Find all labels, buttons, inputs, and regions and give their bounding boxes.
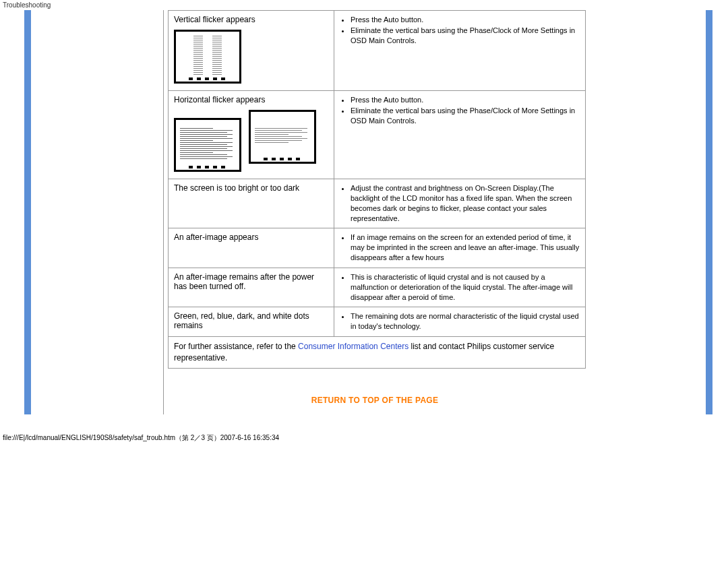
solution-cell: Press the Auto button. Eliminate the ver… — [334, 11, 586, 91]
solution-cell: If an image remains on the screen for an… — [334, 228, 586, 268]
problem-title: Horizontal flicker appears — [174, 95, 328, 104]
return-to-top-container: RETURN TO TOP OF THE PAGE — [164, 396, 586, 405]
table-row: Horizontal flicker appears — [169, 91, 586, 179]
horizontal-flicker-thumbnail-sparse — [249, 110, 316, 164]
solution-item: This is characteristic of liquid crystal… — [351, 272, 580, 303]
return-to-top-link[interactable]: RETURN TO TOP OF THE PAGE — [311, 396, 439, 405]
footnote-row: For further assistance, refer to the Con… — [169, 337, 586, 369]
solution-item: If an image remains on the screen for an… — [351, 232, 580, 263]
right-decorative-bar — [706, 10, 712, 414]
solution-cell: Press the Auto button. Eliminate the ver… — [334, 91, 586, 179]
vertical-flicker-thumbnail — [174, 30, 241, 84]
problem-title: Green, red, blue, dark, and white dots r… — [174, 311, 309, 330]
solution-item: Eliminate the vertical bars using the Ph… — [351, 26, 580, 46]
problem-cell: The screen is too bright or too dark — [169, 179, 334, 228]
solution-item: Press the Auto button. — [351, 95, 580, 105]
horizontal-flicker-thumbnail-dense — [174, 118, 241, 172]
troubleshooting-table: Vertical flicker appears Press the Auto … — [168, 10, 586, 369]
solution-cell: Adjust the contrast and brightness on On… — [334, 179, 586, 228]
problem-title: The screen is too bright or too dark — [174, 183, 299, 193]
problem-cell: Vertical flicker appears — [169, 11, 334, 91]
table-row: Vertical flicker appears Press the Auto … — [169, 11, 586, 91]
left-margin-spacer — [31, 10, 163, 414]
problem-cell: An after-image remains after the power h… — [169, 268, 334, 307]
table-row: The screen is too bright or too dark Adj… — [169, 179, 586, 228]
footer-file-path: file:///E|/lcd/manual/ENGLISH/190S8/safe… — [0, 428, 728, 449]
problem-title: An after-image appears — [174, 232, 258, 242]
problem-title: Vertical flicker appears — [174, 15, 328, 24]
solution-item: Adjust the contrast and brightness on On… — [351, 183, 580, 223]
table-row: Green, red, blue, dark, and white dots r… — [169, 307, 586, 337]
solution-cell: This is characteristic of liquid crystal… — [334, 268, 586, 307]
page-body: Vertical flicker appears Press the Auto … — [0, 10, 728, 428]
problem-cell: Green, red, blue, dark, and white dots r… — [169, 307, 334, 337]
solution-cell: The remaining dots are normal characteri… — [334, 307, 586, 337]
left-decorative-bar — [24, 10, 31, 414]
problem-title: An after-image remains after the power h… — [174, 272, 314, 291]
solution-item: The remaining dots are normal characteri… — [351, 311, 580, 332]
table-row: An after-image appears If an image remai… — [169, 228, 586, 268]
problem-cell: Horizontal flicker appears — [169, 91, 334, 179]
content-column: Vertical flicker appears Press the Auto … — [163, 10, 586, 414]
solution-item: Eliminate the vertical bars using the Ph… — [351, 106, 580, 126]
problem-cell: An after-image appears — [169, 228, 334, 268]
consumer-information-centers-link[interactable]: Consumer Information Centers — [298, 342, 408, 351]
table-row: An after-image remains after the power h… — [169, 268, 586, 307]
footnote-prefix: For further assistance, refer to the — [174, 342, 298, 351]
page-header-label: Troubleshooting — [0, 0, 728, 10]
footnote-cell: For further assistance, refer to the Con… — [169, 337, 586, 369]
solution-item: Press the Auto button. — [351, 15, 580, 25]
